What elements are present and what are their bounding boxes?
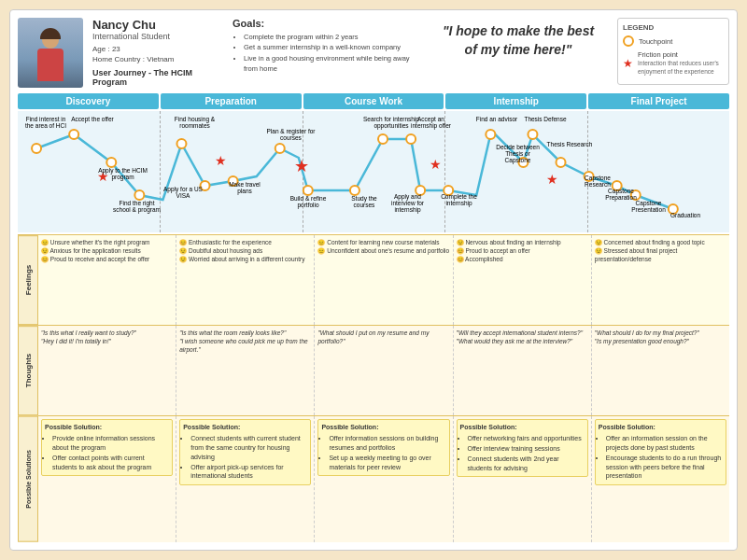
thoughts-discovery-text: "Is this what I really want to study?" "…	[41, 329, 173, 345]
solution-internship-item-0: Offer networking fairs and opportunities	[468, 434, 585, 443]
solution-coursework-list: Offer information sessions on building r…	[321, 434, 445, 471]
solution-coursework-item-1: Set up a weekly meeting to go over mater…	[329, 454, 445, 472]
solution-final-title: Possible Solution:	[599, 423, 723, 432]
solution-discovery-box: Possible Solution: Provide online inform…	[41, 419, 173, 476]
solution-preparation-list: Connect students with current student fr…	[183, 434, 307, 481]
main-container: Nancy Chu International Student Age : 23…	[9, 9, 738, 551]
thoughts-row: Thoughts "Is this what I really want to …	[18, 325, 729, 415]
persona-country: Home Country : Vietnam	[92, 54, 223, 64]
legend-title: LEGEND	[623, 23, 724, 32]
feelings-coursework: 😐 Content for learning new course materi…	[315, 235, 453, 325]
avatar	[18, 18, 83, 88]
svg-point-9	[275, 144, 285, 153]
journey-path-area: ★ ★ ★ ★	[18, 111, 729, 232]
legend-touchpoint: Touchpoint	[623, 35, 724, 47]
feelings-row: Feelings 😐 Unsure whether it's the right…	[18, 234, 729, 325]
friction-label: Friction point Interaction that reduces …	[638, 50, 724, 76]
node-graduation: Graduation	[662, 212, 709, 218]
thoughts-internship: "Will they accept international student …	[454, 326, 592, 415]
solution-internship-box: Possible Solution: Offer networking fair…	[457, 419, 588, 477]
feelings-internship: 😟 Nervous about finding an internship 😊 …	[454, 235, 592, 325]
thoughts-final: "What should I do for my final project?"…	[592, 326, 729, 415]
solution-preparation-box: Possible Solution: Connect students with…	[179, 419, 311, 485]
touchpoint-label: Touchpoint	[639, 37, 672, 46]
solution-final-box: Possible Solution: Offer an information …	[595, 419, 726, 485]
feelings-final: 😟 Concerned about finding a good topic 😟…	[592, 235, 729, 325]
node-accept-internship: Accept an internship offer	[405, 116, 457, 129]
node-apply-visa: Apply for a US VISA	[160, 186, 206, 199]
content-rows: Feelings 😐 Unsure whether it's the right…	[18, 234, 729, 542]
node-accept-offer: Accept the offer	[69, 116, 116, 122]
friction-star-icon: ★	[623, 57, 633, 70]
node-capstone-research: Capstone Research	[573, 175, 622, 188]
solution-final: Possible Solution: Offer an information …	[592, 416, 729, 542]
node-find-housing: Find housing & roommates	[169, 116, 220, 129]
solution-discovery-title: Possible Solution:	[45, 423, 169, 432]
solution-internship: Possible Solution: Offer networking fair…	[454, 416, 592, 542]
node-plan-courses: Plan & register for courses	[265, 128, 317, 141]
node-thesis-defense: Thesis Defense	[522, 116, 569, 122]
svg-text:★: ★	[430, 157, 442, 172]
solution-preparation-item-1: Offer airport pick-up services for inter…	[190, 463, 307, 482]
svg-text:★: ★	[294, 157, 309, 175]
node-travel-plans: Make travel plans	[221, 181, 268, 194]
node-find-advisor: Find an advisor	[473, 116, 520, 122]
goal-item-2: Get a summer internship in a well-known …	[244, 42, 419, 52]
persona-name: Nancy Chu	[92, 18, 223, 32]
goals-list: Complete the program within 2 years Get …	[233, 32, 419, 74]
persona-title: International Student	[92, 32, 223, 41]
solution-discovery: Possible Solution: Provide online inform…	[38, 416, 176, 542]
solutions-row: Possible Solutions Possible Solution: Pr…	[18, 415, 729, 542]
svg-point-1	[69, 130, 78, 139]
solution-internship-title: Possible Solution:	[460, 423, 585, 432]
thoughts-final-text: "What should I do for my final project?"…	[595, 329, 726, 345]
persona-subtitle: User Journey - The HCIM Program	[92, 68, 223, 87]
svg-point-20	[528, 130, 537, 139]
feelings-coursework-text: 😐 Content for learning new course materi…	[317, 238, 449, 255]
node-capstone-prep: Capstone Preparation	[597, 188, 645, 201]
svg-point-18	[486, 130, 495, 139]
node-decide-thesis: Decide between Thesis or Capstone	[492, 144, 543, 163]
feelings-discovery-text: 😐 Unsure whether it's the right program …	[41, 238, 173, 263]
solution-coursework-box: Possible Solution: Offer information ses…	[317, 419, 449, 476]
feelings-label: Feelings	[18, 235, 38, 325]
thoughts-preparation-text: "Is this what the room really looks like…	[179, 329, 311, 354]
solution-preparation: Possible Solution: Connect students with…	[176, 416, 315, 542]
persona-info: Nancy Chu International Student Age : 23…	[92, 18, 223, 87]
solution-final-item-0: Offer an information session on the proj…	[606, 434, 723, 453]
solution-coursework: Possible Solution: Offer information ses…	[315, 416, 453, 542]
node-thesis-research: Thesis Research	[545, 141, 594, 147]
svg-text:★: ★	[215, 153, 227, 168]
node-build-portfolio: Build & refine portfolio	[284, 195, 332, 208]
node-complete-internship: Complete the internship	[433, 193, 485, 206]
thoughts-coursework-text: "What should I put on my resume and my p…	[317, 329, 449, 345]
header: Nancy Chu International Student Age : 23…	[18, 18, 729, 88]
solution-preparation-item-0: Connect students with current student fr…	[190, 434, 307, 461]
legend-friction: ★ Friction point Interaction that reduce…	[623, 50, 724, 76]
goal-item-3: Live in a good housing environment while…	[244, 53, 419, 75]
solution-final-item-1: Encourage students to do a run through s…	[606, 454, 723, 481]
goals-title: Goals:	[233, 18, 419, 29]
thoughts-preparation: "Is this what the room really looks like…	[176, 326, 315, 415]
solution-internship-list: Offer networking fairs and opportunities…	[460, 434, 585, 472]
node-find-interest: Find interest in the area of HCI	[22, 116, 69, 129]
feelings-discovery: 😐 Unsure whether it's the right program …	[38, 235, 176, 325]
persona-age: Age : 23	[92, 44, 223, 54]
solution-discovery-item-1: Offer contact points with current studen…	[52, 454, 169, 472]
svg-point-5	[176, 139, 186, 148]
svg-point-14	[406, 134, 416, 144]
feelings-preparation-text: 😊 Enthusiastic for the experience 😟 Doub…	[179, 238, 311, 263]
svg-text:★: ★	[546, 172, 558, 187]
phase-header-internship: Internship	[445, 93, 586, 109]
goals-section: Goals: Complete the program within 2 yea…	[233, 18, 419, 74]
solution-internship-item-1: Offer interview training sessions	[468, 444, 585, 454]
phase-headers: Discovery Preparation Course Work Intern…	[18, 93, 729, 109]
node-apply-internship: Apply and interview for internship	[382, 193, 433, 213]
svg-point-11	[350, 186, 359, 195]
svg-point-2	[106, 158, 116, 167]
thoughts-label: Thoughts	[18, 326, 38, 415]
svg-point-3	[134, 190, 144, 200]
thoughts-coursework: "What should I put on my resume and my p…	[315, 326, 453, 415]
svg-point-13	[378, 134, 388, 144]
touchpoint-icon	[623, 35, 634, 47]
